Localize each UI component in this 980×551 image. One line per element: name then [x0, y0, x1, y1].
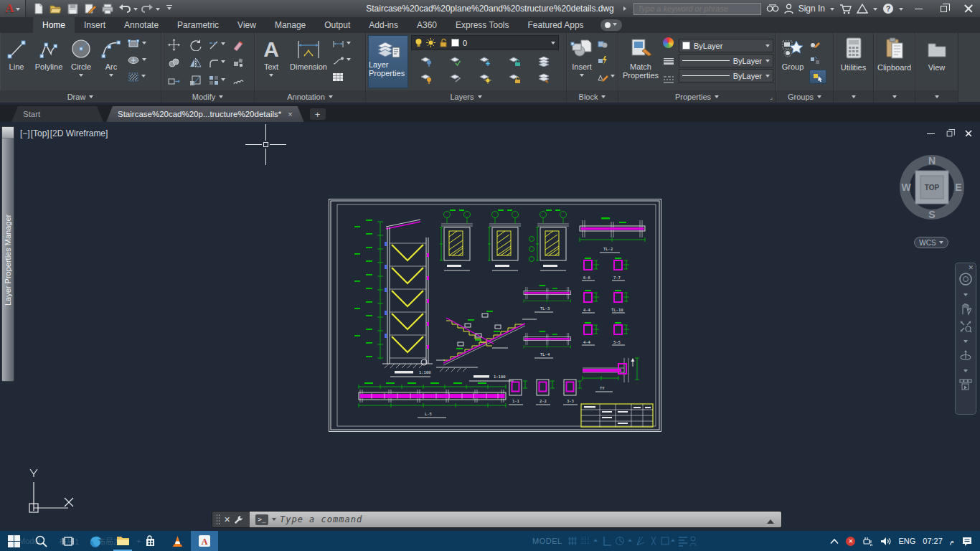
command-line-handle[interactable]: ✕: [212, 512, 250, 527]
viewcube-east[interactable]: E: [955, 182, 961, 193]
explode-icon[interactable]: [232, 57, 244, 68]
unisolate-layer-icon[interactable]: [420, 72, 433, 84]
polyline-button[interactable]: Polyline: [32, 34, 66, 89]
group-edit-button[interactable]: [809, 37, 826, 51]
panel-clipboard[interactable]: Clipboard: [874, 33, 915, 103]
drawing-close-button[interactable]: [965, 130, 972, 137]
revision-cloud-icon[interactable]: [232, 76, 245, 85]
hatch-button[interactable]: [128, 70, 146, 84]
leader-button[interactable]: [332, 53, 351, 67]
language-indicator[interactable]: ENG: [898, 537, 915, 545]
circle-button[interactable]: Circle: [66, 34, 96, 89]
task-view-button[interactable]: [55, 531, 82, 551]
tab-manage[interactable]: Manage: [265, 17, 315, 33]
layer-match-icon[interactable]: [537, 72, 550, 84]
clipboard-panel-expand[interactable]: [874, 90, 915, 103]
panel-view[interactable]: View: [915, 33, 958, 103]
circle-dropdown[interactable]: [79, 74, 83, 79]
layer-stack-icon[interactable]: [537, 55, 550, 67]
visual-style-control[interactable]: [2D Wireframe]: [50, 128, 108, 138]
viewcube-north[interactable]: N: [928, 155, 936, 166]
linear-dimension-button[interactable]: [332, 37, 351, 51]
create-block-button[interactable]: [597, 37, 615, 51]
app-minimize-button[interactable]: [908, 1, 928, 17]
notification-badge-icon[interactable]: ✕: [846, 537, 855, 546]
insert-button[interactable]: Insert: [568, 34, 595, 89]
save-button[interactable]: [65, 1, 81, 16]
tab-view[interactable]: View: [228, 17, 265, 33]
ungroup-button[interactable]: [809, 53, 826, 67]
file-tab-start[interactable]: Start: [11, 106, 103, 122]
tab-parametric[interactable]: Parametric: [168, 17, 228, 33]
file-tab-close-icon[interactable]: ×: [288, 110, 292, 118]
tab-featured-apps[interactable]: Featured Apps: [519, 17, 593, 33]
groups-panel-label[interactable]: Groups: [776, 90, 833, 103]
block-panel-label[interactable]: Block: [567, 90, 618, 103]
text-dropdown[interactable]: [269, 74, 273, 79]
match-properties-button[interactable]: Match Properties: [620, 34, 661, 89]
new-drawing-tab-button[interactable]: +: [310, 108, 326, 120]
arc-button[interactable]: Arc: [96, 34, 126, 89]
erase-icon[interactable]: [232, 39, 244, 51]
linetype-dropdown[interactable]: ByLayer: [679, 69, 773, 83]
draw-panel-label[interactable]: Draw: [0, 90, 161, 103]
object-color-dropdown[interactable]: ByLayer: [679, 39, 773, 52]
fillet-button[interactable]: [209, 58, 225, 68]
layer-arrow-icon[interactable]: [449, 72, 462, 84]
layer-on-bulb-icon[interactable]: [415, 38, 423, 47]
freeze-layer-icon[interactable]: [479, 55, 491, 67]
file-explorer-icon[interactable]: [109, 531, 136, 551]
taskbar-search-button[interactable]: [27, 531, 55, 551]
viewcube-south[interactable]: S: [928, 209, 935, 220]
unlock-layer-icon[interactable]: [508, 72, 521, 84]
mirror-icon[interactable]: [189, 57, 202, 68]
drawing-viewport[interactable]: Layer Properties Manager [−] [Top] [2D W…: [0, 122, 980, 531]
navbar-close-icon[interactable]: ✕: [968, 264, 974, 271]
file-tab-active[interactable]: Staircase%20cad%20p...tructure%20details…: [106, 106, 304, 122]
command-history-toggle[interactable]: [767, 516, 774, 524]
open-file-button[interactable]: [47, 1, 64, 16]
tab-add-ins[interactable]: Add-ins: [359, 17, 407, 33]
recent-commands-dropdown[interactable]: [272, 518, 276, 523]
action-center-icon[interactable]: [961, 536, 973, 547]
rotate-icon[interactable]: [189, 39, 202, 51]
a360-icon[interactable]: [857, 4, 868, 14]
properties-panel-label[interactable]: Properties⌟: [618, 90, 776, 103]
scale-icon[interactable]: [189, 75, 201, 86]
stretch-icon[interactable]: [168, 76, 180, 86]
wcs-dropdown[interactable]: WCS: [914, 237, 948, 248]
status-toggle-icons[interactable]: [568, 534, 697, 548]
drawing-minimize-button[interactable]: [927, 133, 935, 134]
start-button[interactable]: [0, 531, 27, 551]
layers-panel-label[interactable]: Layers: [366, 90, 566, 103]
layer-check-icon[interactable]: [449, 55, 462, 67]
zoom-dropdown[interactable]: [963, 340, 968, 345]
save-as-button[interactable]: [82, 1, 98, 16]
layer-properties-palette-strip[interactable]: Layer Properties Manager: [1, 126, 14, 382]
viewcube-top-face[interactable]: TOP: [925, 184, 940, 192]
app-restore-button[interactable]: [933, 1, 953, 17]
annotation-panel-label[interactable]: Annotation: [255, 90, 365, 103]
lock-layer-icon[interactable]: [508, 55, 521, 67]
trim-button[interactable]: [209, 40, 225, 50]
search-arrow-icon[interactable]: [623, 6, 628, 11]
navigation-wheel-icon[interactable]: [958, 272, 973, 286]
define-attributes-button[interactable]: [597, 53, 615, 67]
undo-button[interactable]: [116, 1, 133, 16]
dimension-button[interactable]: Dimension: [286, 34, 331, 89]
command-input-area[interactable]: >_: [250, 512, 781, 527]
table-button[interactable]: [332, 70, 351, 84]
ellipse-button[interactable]: [128, 53, 146, 67]
search-input[interactable]: [633, 3, 761, 15]
layer-dropdown-arrow[interactable]: [551, 42, 555, 47]
arc-dropdown[interactable]: [109, 74, 113, 79]
viewport-menu-control[interactable]: [−]: [20, 128, 30, 138]
insert-dropdown[interactable]: [580, 74, 584, 79]
app-store-cart-icon[interactable]: [839, 4, 852, 14]
windows-store-icon[interactable]: [136, 531, 164, 551]
customize-wrench-icon[interactable]: [234, 515, 243, 524]
modify-panel-label[interactable]: Modify: [161, 90, 254, 103]
zoom-extents-icon[interactable]: [959, 320, 972, 333]
help-dropdown[interactable]: [899, 8, 903, 13]
command-input[interactable]: [280, 514, 763, 524]
